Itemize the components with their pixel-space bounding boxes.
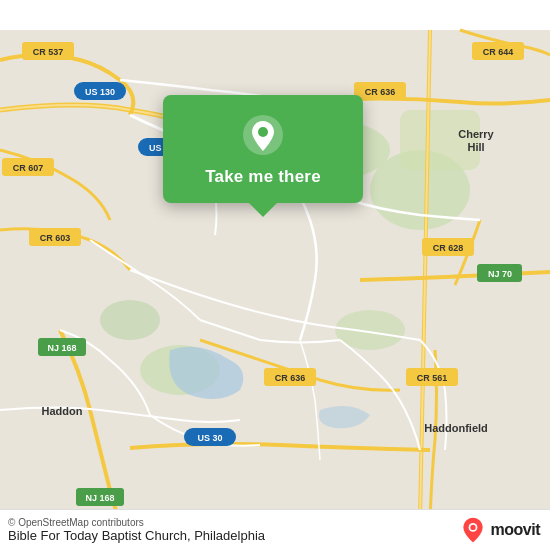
- svg-text:NJ 168: NJ 168: [85, 493, 114, 503]
- take-me-there-button[interactable]: Take me there: [205, 165, 321, 189]
- svg-text:Cherry: Cherry: [458, 128, 494, 140]
- svg-text:US 130: US 130: [85, 87, 115, 97]
- svg-text:Haddonfield: Haddonfield: [424, 422, 488, 434]
- svg-point-5: [100, 300, 160, 340]
- location-pin-icon: [241, 113, 285, 157]
- svg-text:CR 537: CR 537: [33, 47, 64, 57]
- moovit-pin-icon: [459, 516, 487, 544]
- bottom-left-info: © OpenStreetMap contributors Bible For T…: [8, 517, 265, 543]
- svg-point-44: [470, 525, 475, 530]
- svg-text:CR 636: CR 636: [275, 373, 306, 383]
- svg-text:NJ 168: NJ 168: [47, 343, 76, 353]
- popup-card: Take me there: [163, 95, 363, 203]
- bottom-bar: © OpenStreetMap contributors Bible For T…: [0, 509, 550, 550]
- svg-text:CR 636: CR 636: [365, 87, 396, 97]
- svg-point-42: [258, 127, 268, 137]
- svg-text:CR 603: CR 603: [40, 233, 71, 243]
- map-background: CR 537 CR 644 US 130 US 130 CR 636 CR 60…: [0, 0, 550, 550]
- svg-text:US 30: US 30: [197, 433, 222, 443]
- moovit-brand-text: moovit: [491, 521, 540, 539]
- svg-text:CR 561: CR 561: [417, 373, 448, 383]
- svg-text:NJ 70: NJ 70: [488, 269, 512, 279]
- map-container: CR 537 CR 644 US 130 US 130 CR 636 CR 60…: [0, 0, 550, 550]
- svg-text:CR 628: CR 628: [433, 243, 464, 253]
- moovit-logo: moovit: [459, 516, 540, 544]
- svg-rect-3: [400, 110, 480, 170]
- svg-text:Haddon: Haddon: [42, 405, 83, 417]
- svg-text:CR 607: CR 607: [13, 163, 44, 173]
- location-name: Bible For Today Baptist Church, Philadel…: [8, 528, 265, 543]
- osm-credit: © OpenStreetMap contributors: [8, 517, 265, 528]
- svg-text:CR 644: CR 644: [483, 47, 514, 57]
- svg-text:Hill: Hill: [467, 141, 484, 153]
